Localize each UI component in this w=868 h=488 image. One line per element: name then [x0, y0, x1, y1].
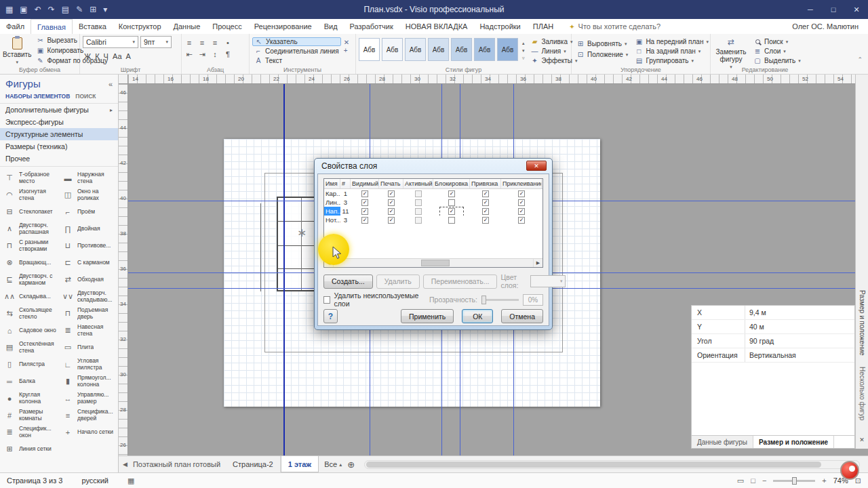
position-button[interactable]: ⊡ Положение ▾ — [574, 49, 630, 60]
layer-checkbox[interactable]: ✓ — [361, 217, 368, 224]
indent-decrease-icon[interactable]: ⇤ — [184, 50, 194, 59]
layer-checkbox[interactable]: ✓ — [518, 208, 525, 215]
page-tab-1[interactable]: 1 этаж — [281, 456, 319, 472]
layer-checkbox[interactable] — [415, 208, 422, 215]
transparency-slider[interactable] — [481, 299, 519, 301]
size-position-value[interactable]: 40 м — [745, 320, 854, 333]
stencil-section-1[interactable]: Экспресс-фигуры — [0, 116, 118, 128]
collapse-panel-icon[interactable]: « — [108, 80, 113, 88]
layer-checkbox[interactable]: ✓ — [361, 208, 368, 215]
shape-item[interactable]: ⊑Двустворч. с карманом — [1, 271, 59, 288]
dialog-close-button[interactable]: ✕ — [526, 161, 547, 171]
layer-column-header[interactable]: Имя — [324, 179, 340, 188]
ribbon-tab-4[interactable]: Данные — [167, 19, 207, 34]
send-to-back-button[interactable]: □ На задний план ▾ — [633, 47, 711, 56]
shape-item[interactable]: ⊟Стеклопакет — [1, 203, 59, 220]
grid-icon[interactable]: ⊞ — [90, 5, 96, 14]
ribbon-tab-6[interactable]: Рецензирование — [248, 19, 318, 34]
transparency-value[interactable]: 0% — [523, 294, 543, 306]
page-nav-left-icon[interactable]: ◀ — [123, 461, 127, 468]
close-panel-icon[interactable]: ✕ — [859, 436, 865, 443]
layer-checkbox[interactable]: ✓ — [482, 208, 489, 215]
shape-item[interactable]: #Размеры комнаты — [1, 407, 59, 424]
shape-item[interactable]: ⇄Обходная — [59, 271, 117, 288]
layer-column-header[interactable]: Печать — [379, 179, 403, 188]
shape-item[interactable]: ▮Прямоугол... колонна — [59, 373, 117, 390]
size-position-value[interactable]: 90 град — [745, 334, 854, 348]
transparency-slider-thumb[interactable] — [481, 296, 486, 304]
remove-unused-checkbox[interactable] — [323, 296, 330, 304]
delete-layer-button[interactable]: Удалить — [376, 274, 420, 289]
panel-side-title[interactable]: Размер и положение — [859, 290, 866, 356]
rename-layer-button[interactable]: Переименовать... — [423, 274, 498, 289]
shape-item[interactable]: ∏Двойная — [59, 220, 117, 237]
find-button[interactable]: Поиск ▾ — [751, 37, 803, 46]
fullscreen-view-icon[interactable]: □ — [751, 476, 755, 485]
undo-icon[interactable]: ↶ — [35, 5, 41, 14]
bullets-icon[interactable]: • — [223, 39, 233, 47]
shape-item[interactable]: ∧∧Складыва... — [1, 288, 59, 305]
dialog-title[interactable]: Свойства слоя — [317, 159, 549, 174]
zoom-out-button[interactable]: − — [762, 476, 766, 485]
minimize-icon[interactable]: ─ — [799, 0, 822, 19]
tell-me-search[interactable]: ✦ Что вы хотите сделать? — [569, 22, 660, 30]
language-indicator[interactable]: русский — [81, 476, 108, 485]
dialog-hscrollbar[interactable]: ◀ ▶ — [324, 258, 542, 267]
styles-up-icon[interactable]: ▴ — [522, 41, 525, 46]
align-left-icon[interactable]: ≡ — [184, 39, 194, 47]
layer-checkbox[interactable] — [415, 217, 422, 224]
all-pages-dropdown[interactable]: Все ▴ — [324, 460, 342, 468]
bold-icon[interactable]: Ж — [84, 52, 91, 60]
dimension-line[interactable] — [260, 203, 261, 291]
layer-checkbox[interactable] — [448, 217, 455, 224]
layer-checkbox[interactable]: ✓ — [518, 217, 525, 224]
layer-color-select[interactable]: ▾ — [530, 275, 566, 287]
layer-row[interactable]: Нот...3✓✓✓✓ — [324, 216, 542, 224]
layer-checkbox[interactable]: ✓ — [482, 199, 489, 206]
shape-item[interactable]: ⌂Садовое окно — [1, 322, 59, 339]
shape-style-sample[interactable]: Абв — [451, 38, 472, 61]
ribbon-tab-5[interactable]: Процесс — [206, 19, 248, 34]
ribbon-tab-1[interactable]: Главная — [31, 19, 73, 34]
underline-icon[interactable]: Ч — [104, 52, 108, 60]
layer-name[interactable]: Нот... — [324, 216, 340, 224]
layer-checkbox[interactable] — [415, 199, 422, 206]
bring-to-front-button[interactable]: ▣ На передний план ▾ — [633, 37, 711, 46]
shape-item[interactable]: ●Круглая колонна — [1, 390, 59, 407]
align-button[interactable]: ⊞ Выровнять ▾ — [574, 39, 630, 49]
pen-icon[interactable]: ✎ — [76, 5, 83, 14]
layer-column-header[interactable]: Привязка — [470, 179, 501, 188]
cancel-button[interactable]: Отмена — [501, 309, 543, 323]
page-tab-0[interactable]: Страница-2 — [226, 456, 281, 472]
zoom-slider-thumb[interactable] — [792, 477, 797, 485]
add-page-button[interactable]: ⊕ — [347, 460, 355, 470]
print-icon[interactable]: ▤ — [62, 5, 69, 14]
stencil-section-2[interactable]: Структурные элементы — [0, 128, 118, 140]
tab-size-position[interactable]: Размер и положение — [753, 436, 834, 448]
shape-item[interactable]: ◠Изогнутая стена — [1, 186, 59, 203]
shape-item[interactable]: ≣Специфик... окон — [1, 424, 59, 441]
layer-row[interactable]: Кар...1✓✓✓✓✓ — [324, 189, 542, 198]
apply-button[interactable]: Применить — [401, 309, 454, 323]
shape-item[interactable]: ≣Навесная стена — [59, 322, 117, 339]
layer-row[interactable]: Лин...3✓✓✓✓ — [324, 198, 542, 207]
shape-item[interactable]: ∨∨Двустворч. складываю... — [59, 288, 117, 305]
tab-stencils[interactable]: НАБОРЫ ЭЛЕМЕНТОВ — [5, 93, 70, 100]
shape-item[interactable]: ∧Двустворч. распашная — [1, 220, 59, 237]
italic-icon[interactable]: К — [95, 52, 99, 60]
ribbon-tab-11[interactable]: ПЛАН — [527, 19, 559, 34]
save-icon[interactable]: ▣ — [20, 5, 27, 14]
replace-shape-button[interactable]: ⇄ Заменить фигуру ▾ — [713, 36, 749, 65]
ribbon-tab-10[interactable]: Надстройки — [473, 19, 526, 34]
layer-checkbox[interactable]: ✓ — [361, 190, 368, 197]
paste-button[interactable]: Вставить ▾ — [3, 36, 31, 65]
shape-item[interactable]: ▭Плита — [59, 339, 117, 356]
layer-column-header[interactable]: Активный — [403, 179, 433, 188]
group-button[interactable]: ▤ Группировать ▾ — [633, 56, 711, 65]
shape-item[interactable]: ⇆Скользящее стекло — [1, 305, 59, 322]
tab-shape-data[interactable]: Данные фигуры — [692, 436, 753, 448]
layer-checkbox[interactable]: ✓ — [388, 208, 395, 215]
shape-item[interactable]: ◫Окно на роликах — [59, 186, 117, 203]
shape-item[interactable]: ↔Управляю... размер — [59, 390, 117, 407]
connection-point-icon[interactable]: ✕ — [344, 39, 349, 46]
